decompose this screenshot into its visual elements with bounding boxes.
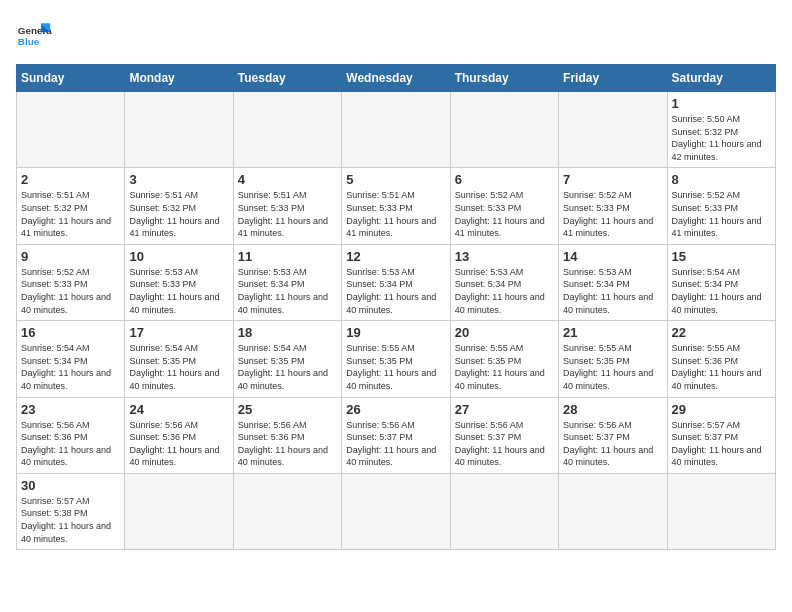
calendar-day-cell: 19Sunrise: 5:55 AMSunset: 5:35 PMDayligh… <box>342 321 450 397</box>
calendar-day-cell: 29Sunrise: 5:57 AMSunset: 5:37 PMDayligh… <box>667 397 775 473</box>
calendar-day-cell <box>559 92 667 168</box>
calendar-week-row: 9Sunrise: 5:52 AMSunset: 5:33 PMDaylight… <box>17 244 776 320</box>
day-info: Sunrise: 5:52 AMSunset: 5:33 PMDaylight:… <box>455 189 554 239</box>
day-number: 9 <box>21 249 120 264</box>
day-info: Sunrise: 5:52 AMSunset: 5:33 PMDaylight:… <box>21 266 120 316</box>
day-info: Sunrise: 5:57 AMSunset: 5:37 PMDaylight:… <box>672 419 771 469</box>
calendar-day-cell: 9Sunrise: 5:52 AMSunset: 5:33 PMDaylight… <box>17 244 125 320</box>
calendar-week-row: 2Sunrise: 5:51 AMSunset: 5:32 PMDaylight… <box>17 168 776 244</box>
day-number: 3 <box>129 172 228 187</box>
day-number: 4 <box>238 172 337 187</box>
day-number: 30 <box>21 478 120 493</box>
day-info: Sunrise: 5:56 AMSunset: 5:36 PMDaylight:… <box>129 419 228 469</box>
calendar-day-cell <box>17 92 125 168</box>
day-number: 15 <box>672 249 771 264</box>
day-info: Sunrise: 5:53 AMSunset: 5:34 PMDaylight:… <box>563 266 662 316</box>
day-info: Sunrise: 5:51 AMSunset: 5:33 PMDaylight:… <box>238 189 337 239</box>
calendar-day-cell: 8Sunrise: 5:52 AMSunset: 5:33 PMDaylight… <box>667 168 775 244</box>
calendar-day-cell: 6Sunrise: 5:52 AMSunset: 5:33 PMDaylight… <box>450 168 558 244</box>
calendar-day-cell <box>125 473 233 549</box>
calendar-day-cell: 3Sunrise: 5:51 AMSunset: 5:32 PMDaylight… <box>125 168 233 244</box>
day-number: 6 <box>455 172 554 187</box>
calendar-day-cell: 7Sunrise: 5:52 AMSunset: 5:33 PMDaylight… <box>559 168 667 244</box>
calendar-day-cell: 27Sunrise: 5:56 AMSunset: 5:37 PMDayligh… <box>450 397 558 473</box>
day-info: Sunrise: 5:55 AMSunset: 5:35 PMDaylight:… <box>455 342 554 392</box>
calendar-week-row: 1Sunrise: 5:50 AMSunset: 5:32 PMDaylight… <box>17 92 776 168</box>
day-number: 7 <box>563 172 662 187</box>
day-info: Sunrise: 5:55 AMSunset: 5:35 PMDaylight:… <box>563 342 662 392</box>
day-number: 21 <box>563 325 662 340</box>
day-number: 1 <box>672 96 771 111</box>
day-info: Sunrise: 5:56 AMSunset: 5:36 PMDaylight:… <box>238 419 337 469</box>
logo: General Blue <box>16 16 52 52</box>
day-of-week-header: Thursday <box>450 65 558 92</box>
day-info: Sunrise: 5:54 AMSunset: 5:35 PMDaylight:… <box>129 342 228 392</box>
day-number: 17 <box>129 325 228 340</box>
day-number: 25 <box>238 402 337 417</box>
calendar-day-cell <box>559 473 667 549</box>
day-number: 29 <box>672 402 771 417</box>
calendar-day-cell: 5Sunrise: 5:51 AMSunset: 5:33 PMDaylight… <box>342 168 450 244</box>
calendar-day-cell: 11Sunrise: 5:53 AMSunset: 5:34 PMDayligh… <box>233 244 341 320</box>
calendar-day-cell <box>450 473 558 549</box>
day-number: 8 <box>672 172 771 187</box>
day-info: Sunrise: 5:53 AMSunset: 5:34 PMDaylight:… <box>455 266 554 316</box>
day-info: Sunrise: 5:56 AMSunset: 5:37 PMDaylight:… <box>563 419 662 469</box>
day-number: 18 <box>238 325 337 340</box>
day-number: 14 <box>563 249 662 264</box>
calendar-day-cell: 16Sunrise: 5:54 AMSunset: 5:34 PMDayligh… <box>17 321 125 397</box>
calendar-day-cell: 18Sunrise: 5:54 AMSunset: 5:35 PMDayligh… <box>233 321 341 397</box>
calendar-day-cell <box>233 473 341 549</box>
day-number: 2 <box>21 172 120 187</box>
day-number: 20 <box>455 325 554 340</box>
day-info: Sunrise: 5:51 AMSunset: 5:32 PMDaylight:… <box>129 189 228 239</box>
calendar-day-cell: 1Sunrise: 5:50 AMSunset: 5:32 PMDaylight… <box>667 92 775 168</box>
day-info: Sunrise: 5:54 AMSunset: 5:34 PMDaylight:… <box>672 266 771 316</box>
calendar-day-cell <box>667 473 775 549</box>
calendar-week-row: 23Sunrise: 5:56 AMSunset: 5:36 PMDayligh… <box>17 397 776 473</box>
day-number: 13 <box>455 249 554 264</box>
day-number: 22 <box>672 325 771 340</box>
day-number: 10 <box>129 249 228 264</box>
day-info: Sunrise: 5:53 AMSunset: 5:34 PMDaylight:… <box>346 266 445 316</box>
calendar-day-cell: 20Sunrise: 5:55 AMSunset: 5:35 PMDayligh… <box>450 321 558 397</box>
svg-text:Blue: Blue <box>18 36 40 47</box>
calendar-day-cell <box>342 473 450 549</box>
day-number: 24 <box>129 402 228 417</box>
calendar-day-cell: 12Sunrise: 5:53 AMSunset: 5:34 PMDayligh… <box>342 244 450 320</box>
calendar-day-cell: 22Sunrise: 5:55 AMSunset: 5:36 PMDayligh… <box>667 321 775 397</box>
day-info: Sunrise: 5:52 AMSunset: 5:33 PMDaylight:… <box>672 189 771 239</box>
calendar-week-row: 30Sunrise: 5:57 AMSunset: 5:38 PMDayligh… <box>17 473 776 549</box>
calendar-day-cell: 21Sunrise: 5:55 AMSunset: 5:35 PMDayligh… <box>559 321 667 397</box>
day-number: 28 <box>563 402 662 417</box>
calendar-day-cell: 2Sunrise: 5:51 AMSunset: 5:32 PMDaylight… <box>17 168 125 244</box>
day-info: Sunrise: 5:52 AMSunset: 5:33 PMDaylight:… <box>563 189 662 239</box>
calendar-day-cell: 26Sunrise: 5:56 AMSunset: 5:37 PMDayligh… <box>342 397 450 473</box>
calendar-day-cell: 4Sunrise: 5:51 AMSunset: 5:33 PMDaylight… <box>233 168 341 244</box>
calendar-day-cell: 17Sunrise: 5:54 AMSunset: 5:35 PMDayligh… <box>125 321 233 397</box>
day-info: Sunrise: 5:56 AMSunset: 5:36 PMDaylight:… <box>21 419 120 469</box>
calendar-day-cell: 28Sunrise: 5:56 AMSunset: 5:37 PMDayligh… <box>559 397 667 473</box>
day-of-week-header: Friday <box>559 65 667 92</box>
calendar-day-cell: 30Sunrise: 5:57 AMSunset: 5:38 PMDayligh… <box>17 473 125 549</box>
day-of-week-header: Monday <box>125 65 233 92</box>
day-number: 12 <box>346 249 445 264</box>
day-number: 26 <box>346 402 445 417</box>
day-info: Sunrise: 5:56 AMSunset: 5:37 PMDaylight:… <box>455 419 554 469</box>
calendar-day-cell: 13Sunrise: 5:53 AMSunset: 5:34 PMDayligh… <box>450 244 558 320</box>
day-number: 23 <box>21 402 120 417</box>
day-info: Sunrise: 5:55 AMSunset: 5:36 PMDaylight:… <box>672 342 771 392</box>
day-info: Sunrise: 5:56 AMSunset: 5:37 PMDaylight:… <box>346 419 445 469</box>
logo-icon: General Blue <box>16 16 52 52</box>
day-of-week-header: Saturday <box>667 65 775 92</box>
day-of-week-header: Wednesday <box>342 65 450 92</box>
calendar-table: SundayMondayTuesdayWednesdayThursdayFrid… <box>16 64 776 550</box>
day-number: 27 <box>455 402 554 417</box>
calendar-day-cell: 14Sunrise: 5:53 AMSunset: 5:34 PMDayligh… <box>559 244 667 320</box>
day-number: 16 <box>21 325 120 340</box>
day-of-week-header: Sunday <box>17 65 125 92</box>
day-info: Sunrise: 5:54 AMSunset: 5:35 PMDaylight:… <box>238 342 337 392</box>
calendar-day-cell <box>125 92 233 168</box>
day-number: 5 <box>346 172 445 187</box>
calendar-day-cell <box>342 92 450 168</box>
